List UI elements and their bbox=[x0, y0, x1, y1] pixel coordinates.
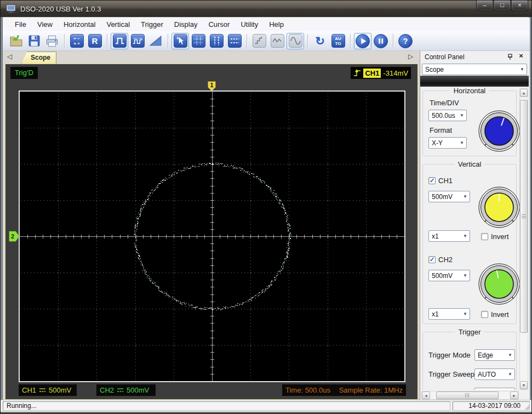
menu-utility[interactable]: Utility bbox=[235, 19, 264, 30]
ch2-probe-select[interactable]: x1 ▼ bbox=[428, 308, 470, 320]
pause-button[interactable] bbox=[372, 33, 390, 49]
horizontal-knob[interactable] bbox=[478, 110, 519, 152]
linear-interp-button[interactable] bbox=[268, 33, 286, 49]
ch1-invert-row: Invert bbox=[481, 232, 509, 241]
scroll-up-icon[interactable]: ▲ bbox=[520, 89, 528, 97]
vertical-scroll-thumb[interactable] bbox=[520, 100, 528, 333]
ch2-enable-checkbox[interactable]: ✓ bbox=[428, 256, 436, 263]
horizontal-heading: Horizontal bbox=[450, 87, 489, 95]
help-icon: ? bbox=[398, 34, 413, 48]
status-text: Running... bbox=[3, 401, 450, 411]
trigger-source-select[interactable]: ▼ bbox=[474, 388, 515, 390]
tab-scroll-right-icon[interactable]: ▷ bbox=[408, 53, 413, 60]
menu-help[interactable]: Help bbox=[264, 19, 289, 30]
ch2-invert-row: Invert bbox=[481, 310, 509, 319]
trigger-level: -314mV bbox=[383, 69, 408, 77]
trigger-group: Trigger Trigger Mode Edge ▼ Trigger Swee… bbox=[422, 332, 517, 390]
vertical-group: Vertical ✓ CH1 500mV ▼ bbox=[422, 164, 517, 324]
ch1-label: CH1 bbox=[438, 177, 453, 185]
panel-vertical-scrollbar[interactable]: ▲ ▼ bbox=[519, 88, 528, 390]
maximize-button[interactable]: □ bbox=[494, 1, 511, 11]
sine-wave-icon bbox=[289, 34, 302, 48]
menu-file[interactable]: File bbox=[9, 19, 32, 30]
grid-cursor-button[interactable] bbox=[190, 33, 207, 49]
timediv-select[interactable]: 500.0us ▼ bbox=[428, 110, 467, 121]
toolbar-separator bbox=[247, 34, 248, 48]
ch1-enable-checkbox[interactable]: ✓ bbox=[428, 177, 436, 184]
step-interp-button[interactable] bbox=[250, 33, 268, 49]
toolbar-separator bbox=[64, 34, 65, 48]
menu-cursor[interactable]: Cursor bbox=[203, 19, 235, 30]
title-bar: DSO-2020 USB Ver 1.0.3 – □ × bbox=[1, 1, 532, 17]
toolbar-separator bbox=[393, 34, 394, 48]
refresh-button[interactable]: ↻ bbox=[311, 33, 329, 49]
sine-interp-button[interactable] bbox=[287, 33, 304, 49]
open-button[interactable] bbox=[7, 33, 25, 49]
ch1-scale-select[interactable]: 500mV ▼ bbox=[428, 191, 470, 202]
pulse-wave-button[interactable] bbox=[111, 33, 128, 49]
scroll-right-icon[interactable]: ► bbox=[510, 392, 518, 399]
autoset-button[interactable]: AU TO bbox=[329, 33, 347, 49]
ch1-invert-checkbox[interactable] bbox=[481, 233, 488, 240]
panel-mode-select[interactable]: Scope ▼ bbox=[422, 64, 527, 75]
ramp-button[interactable] bbox=[147, 33, 164, 49]
chevron-down-icon: ▼ bbox=[460, 140, 464, 145]
dc-coupling-icon bbox=[39, 388, 46, 393]
control-panel-close-button[interactable]: × bbox=[517, 52, 525, 61]
format-select[interactable]: X-Y ▼ bbox=[428, 137, 467, 149]
ch2-invert-label: Invert bbox=[491, 310, 509, 319]
autoset-icon: AU TO bbox=[331, 34, 345, 48]
menu-display[interactable]: Display bbox=[169, 19, 203, 30]
time-readout: Time: 500.0us bbox=[285, 386, 330, 394]
scroll-left-icon[interactable]: ◄ bbox=[422, 392, 430, 399]
vertical-cursors-button[interactable] bbox=[208, 33, 225, 49]
multi-pulse-button[interactable] bbox=[129, 33, 146, 49]
menu-trigger[interactable]: Trigger bbox=[135, 19, 169, 30]
chevron-down-icon: ▼ bbox=[463, 311, 467, 316]
ch1-probe-select[interactable]: x1 ▼ bbox=[428, 230, 470, 242]
ch1-position-knob[interactable] bbox=[478, 186, 519, 229]
ch1-position-marker[interactable]: 1 bbox=[208, 81, 216, 91]
rising-edge-icon bbox=[353, 69, 361, 77]
tab-scroll-left-icon[interactable]: ◁ bbox=[7, 53, 12, 60]
trigger-mode-select[interactable]: Edge ▼ bbox=[474, 349, 515, 361]
save-button[interactable] bbox=[25, 33, 43, 49]
trigger-channel-badge: CH1 bbox=[363, 69, 381, 78]
horizontal-cursors-button[interactable] bbox=[226, 33, 243, 49]
trigger-sweep-select[interactable]: AUTO ▼ bbox=[474, 368, 515, 380]
close-button[interactable]: × bbox=[511, 1, 528, 11]
tab-scope[interactable]: Scope bbox=[21, 52, 56, 64]
ch2-invert-checkbox[interactable] bbox=[481, 311, 488, 318]
chevron-down-icon: ▼ bbox=[463, 234, 467, 239]
ch1-enable-row: ✓ CH1 bbox=[428, 177, 453, 185]
ch2-position-knob[interactable] bbox=[478, 263, 519, 305]
print-button[interactable] bbox=[43, 33, 61, 49]
reference-icon: R bbox=[88, 34, 102, 48]
menu-vertical[interactable]: Vertical bbox=[101, 19, 135, 30]
help-button[interactable]: ? bbox=[397, 33, 414, 49]
cursor-select-button[interactable] bbox=[171, 33, 189, 49]
control-panel-title: Control Panel bbox=[425, 53, 465, 61]
panel-horizontal-scrollbar[interactable]: ◄ ► bbox=[421, 391, 519, 400]
window-edge-bottom bbox=[1, 412, 532, 414]
scope-panel: Trig'D CH1 -314mV 1 2 CH1 500mV CH2 bbox=[5, 64, 418, 400]
ch2-scale-select[interactable]: 500mV ▼ bbox=[428, 270, 470, 281]
trigger-readout: CH1 -314mV bbox=[351, 67, 411, 79]
menu-view[interactable]: View bbox=[32, 19, 58, 30]
scroll-down-icon[interactable]: ▼ bbox=[520, 381, 528, 389]
grid-icon bbox=[192, 34, 205, 48]
chevron-down-icon: ▼ bbox=[463, 194, 467, 199]
reference-button[interactable]: R bbox=[86, 33, 104, 49]
math-button[interactable]: + − × ÷ bbox=[68, 33, 85, 49]
horizontal-scroll-thumb[interactable] bbox=[436, 392, 499, 399]
resize-grip[interactable] bbox=[523, 404, 529, 410]
refresh-icon: ↻ bbox=[315, 35, 325, 47]
run-button[interactable] bbox=[354, 33, 371, 49]
ch2-readout: CH2 500mV bbox=[96, 384, 156, 396]
ch2-position-marker[interactable]: 2 bbox=[9, 231, 19, 242]
timediv-label: Time/DIV bbox=[430, 99, 459, 107]
minimize-button[interactable]: – bbox=[476, 1, 493, 11]
pin-icon[interactable] bbox=[506, 53, 514, 61]
tab-strip: ◁ Scope ▷ bbox=[3, 51, 419, 64]
menu-horizontal[interactable]: Horizontal bbox=[58, 19, 101, 30]
